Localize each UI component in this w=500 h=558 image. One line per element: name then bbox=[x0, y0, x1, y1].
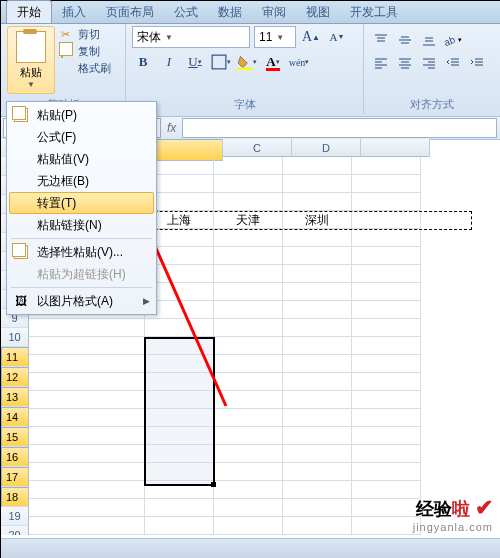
cell[interactable] bbox=[214, 283, 283, 301]
cell[interactable] bbox=[214, 445, 283, 463]
cell[interactable] bbox=[29, 319, 145, 337]
cell[interactable] bbox=[29, 481, 145, 499]
cell[interactable] bbox=[352, 445, 421, 463]
cell[interactable] bbox=[145, 445, 214, 463]
align-top-button[interactable] bbox=[370, 30, 392, 50]
cell[interactable] bbox=[214, 481, 283, 499]
align-right-button[interactable] bbox=[418, 53, 440, 73]
menu-as-picture[interactable]: 🖼以图片格式(A)▶ bbox=[9, 290, 154, 312]
cell[interactable] bbox=[214, 409, 283, 427]
cell[interactable] bbox=[352, 481, 421, 499]
col-e[interactable] bbox=[361, 139, 430, 157]
cell[interactable] bbox=[214, 517, 283, 535]
cell[interactable] bbox=[283, 517, 352, 535]
align-middle-button[interactable] bbox=[394, 30, 416, 50]
cell[interactable] bbox=[29, 463, 145, 481]
cell[interactable] bbox=[145, 517, 214, 535]
cell[interactable] bbox=[145, 463, 214, 481]
font-size-select[interactable]: 11▼ bbox=[254, 26, 296, 48]
cell[interactable] bbox=[214, 373, 283, 391]
cell[interactable] bbox=[283, 481, 352, 499]
shrink-font-button[interactable]: A▼ bbox=[326, 26, 348, 48]
decrease-indent-button[interactable] bbox=[442, 53, 464, 73]
cell[interactable] bbox=[214, 499, 283, 517]
font-name-select[interactable]: 宋体▼ bbox=[132, 26, 250, 48]
cell[interactable] bbox=[214, 391, 283, 409]
cell[interactable] bbox=[29, 373, 145, 391]
cell[interactable] bbox=[352, 229, 421, 247]
underline-button[interactable]: U▾ bbox=[184, 51, 206, 73]
cell[interactable] bbox=[352, 517, 421, 535]
cell[interactable] bbox=[352, 391, 421, 409]
cell[interactable] bbox=[283, 229, 352, 247]
cell[interactable] bbox=[214, 355, 283, 373]
cell[interactable] bbox=[283, 445, 352, 463]
col-c[interactable]: C bbox=[223, 139, 292, 157]
cell[interactable] bbox=[352, 463, 421, 481]
tab-data[interactable]: 数据 bbox=[208, 1, 252, 23]
cell[interactable] bbox=[352, 355, 421, 373]
cell[interactable] bbox=[145, 481, 214, 499]
cell[interactable] bbox=[145, 499, 214, 517]
tab-insert[interactable]: 插入 bbox=[52, 1, 96, 23]
cell[interactable] bbox=[145, 337, 214, 355]
cell[interactable] bbox=[283, 175, 352, 193]
cell[interactable] bbox=[29, 355, 145, 373]
cell[interactable] bbox=[214, 157, 283, 175]
cell[interactable] bbox=[283, 427, 352, 445]
menu-paste-link[interactable]: 粘贴链接(N) bbox=[9, 214, 154, 236]
fx-icon[interactable]: fx bbox=[167, 121, 176, 135]
menu-no-border[interactable]: 无边框(B) bbox=[9, 170, 154, 192]
cell[interactable] bbox=[283, 301, 352, 319]
cell[interactable] bbox=[352, 499, 421, 517]
cell[interactable] bbox=[214, 229, 283, 247]
menu-formulas[interactable]: 公式(F) bbox=[9, 126, 154, 148]
tab-dev[interactable]: 开发工具 bbox=[340, 1, 408, 23]
row-19[interactable]: 19 bbox=[1, 507, 29, 526]
cell[interactable] bbox=[214, 265, 283, 283]
align-center-button[interactable] bbox=[394, 53, 416, 73]
cell[interactable] bbox=[283, 193, 352, 211]
cell[interactable] bbox=[283, 265, 352, 283]
row-14[interactable]: 14 bbox=[1, 407, 29, 427]
cell[interactable] bbox=[29, 517, 145, 535]
row-18[interactable]: 18 bbox=[1, 487, 29, 507]
cell[interactable] bbox=[29, 391, 145, 409]
cell[interactable] bbox=[214, 247, 283, 265]
cell[interactable] bbox=[352, 337, 421, 355]
cell[interactable] bbox=[283, 157, 352, 175]
cell[interactable] bbox=[283, 319, 352, 337]
cell[interactable] bbox=[214, 319, 283, 337]
cell[interactable] bbox=[145, 373, 214, 391]
cell[interactable] bbox=[283, 283, 352, 301]
paste-button[interactable]: 粘贴 ▼ bbox=[7, 26, 55, 94]
cell[interactable] bbox=[283, 391, 352, 409]
cell[interactable] bbox=[283, 409, 352, 427]
cell[interactable] bbox=[283, 463, 352, 481]
cut-button[interactable]: ✂剪切 bbox=[61, 26, 111, 43]
align-left-button[interactable] bbox=[370, 53, 392, 73]
fill-color-button[interactable]: ▾ bbox=[236, 51, 258, 73]
copy-button[interactable]: 复制 bbox=[61, 43, 111, 60]
cell[interactable] bbox=[352, 175, 421, 193]
cell[interactable] bbox=[352, 265, 421, 283]
phonetic-button[interactable]: wén▾ bbox=[288, 51, 310, 73]
cell[interactable] bbox=[283, 247, 352, 265]
row-12[interactable]: 12 bbox=[1, 367, 29, 387]
cell[interactable] bbox=[145, 319, 214, 337]
cell[interactable] bbox=[214, 427, 283, 445]
formula-bar[interactable] bbox=[182, 118, 497, 138]
align-bottom-button[interactable] bbox=[418, 30, 440, 50]
menu-transpose[interactable]: 转置(T) bbox=[9, 192, 154, 214]
tab-review[interactable]: 审阅 bbox=[252, 1, 296, 23]
cell[interactable] bbox=[352, 409, 421, 427]
cell[interactable] bbox=[145, 355, 214, 373]
menu-paste-values[interactable]: 粘贴值(V) bbox=[9, 148, 154, 170]
italic-button[interactable]: I bbox=[158, 51, 180, 73]
cell[interactable] bbox=[352, 247, 421, 265]
col-d[interactable]: D bbox=[292, 139, 361, 157]
cell[interactable] bbox=[29, 499, 145, 517]
cell[interactable] bbox=[352, 301, 421, 319]
border-button[interactable]: ▾ bbox=[210, 51, 232, 73]
cell[interactable] bbox=[283, 499, 352, 517]
